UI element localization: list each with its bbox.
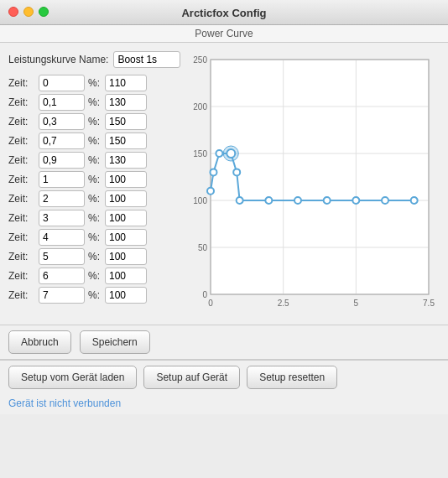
svg-point-28 [237,197,243,204]
zeit-input[interactable] [39,152,85,169]
pct-label: %: [88,116,102,127]
table-row: Zeit: %: [8,132,176,149]
table-row: Zeit: %: [8,75,176,91]
profile-row: Leistungskurve Name: [8,51,176,68]
status-bar: Gerät ist nicht verbunden [0,394,448,414]
zeit-input[interactable] [39,190,85,207]
svg-point-34 [411,197,418,204]
pct-input[interactable] [105,94,147,111]
svg-text:0: 0 [208,299,213,308]
zeit-input[interactable] [39,171,85,188]
close-button[interactable] [8,7,18,17]
main-content: Leistungskurve Name: Zeit: %: Zeit: %: Z… [0,43,448,325]
load-setup-button[interactable]: Setup vom Gerät laden [8,366,137,389]
svg-point-24 [216,150,222,157]
reset-setup-button[interactable]: Setup resetten [247,366,337,389]
svg-text:2.5: 2.5 [278,299,289,308]
bottom-actions: Setup vom Gerät laden Setup auf Gerät Se… [0,360,448,394]
pct-input[interactable] [105,75,147,91]
cancel-button[interactable]: Abbruch [8,330,71,354]
pct-label: %: [88,154,102,166]
zeit-label: Zeit: [8,193,35,205]
svg-text:200: 200 [193,102,207,112]
pct-input[interactable] [105,171,147,188]
profile-name-input[interactable] [113,51,180,68]
pct-label: %: [88,270,102,282]
svg-point-30 [294,197,301,204]
table-row: Zeit: %: [8,248,176,265]
svg-point-31 [324,197,331,204]
zeit-input[interactable] [39,113,85,130]
table-row: Zeit: %: [8,171,176,188]
pct-label: %: [88,135,102,147]
pct-label: %: [88,231,102,243]
pct-label: %: [88,193,102,205]
table-row: Zeit: %: [8,210,176,226]
table-row: Zeit: %: [8,229,176,246]
zeit-input[interactable] [39,287,85,304]
svg-point-22 [207,188,214,195]
pct-label: %: [88,77,102,89]
zeit-label: Zeit: [8,154,35,166]
pct-label: %: [88,251,102,262]
pct-input[interactable] [105,248,147,265]
pct-input[interactable] [105,287,147,304]
svg-text:0: 0 [202,290,207,299]
subtitle: Power Curve [195,28,253,39]
pct-label: %: [88,212,102,224]
bottom-bar: Abbruch Speichern [0,325,448,359]
pct-input[interactable] [105,113,147,130]
zeit-input[interactable] [39,210,85,226]
pct-label: %: [88,96,102,108]
status-text: Gerät ist nicht verbunden [8,397,121,409]
svg-point-23 [210,169,216,175]
pct-input[interactable] [105,268,147,284]
svg-point-32 [352,197,359,204]
pct-input[interactable] [105,210,147,226]
pct-input[interactable] [105,229,147,246]
right-panel: 05010015020025002.557.5 [183,51,440,320]
pct-input[interactable] [105,152,147,169]
svg-point-33 [382,197,388,204]
svg-text:150: 150 [193,149,207,158]
pct-label: %: [88,289,102,301]
svg-text:250: 250 [193,55,207,65]
zeit-label: Zeit: [8,174,35,185]
svg-text:100: 100 [193,196,207,205]
zeit-label: Zeit: [8,212,35,224]
pct-input[interactable] [105,132,147,149]
upload-setup-button[interactable]: Setup auf Gerät [143,366,240,389]
zeit-input[interactable] [39,75,85,91]
zeit-label: Zeit: [8,77,35,89]
zeit-label: Zeit: [8,116,35,127]
zeit-label: Zeit: [8,231,35,243]
table-row: Zeit: %: [8,190,176,207]
pct-input[interactable] [105,190,147,207]
minimize-button[interactable] [23,7,34,17]
zeit-input[interactable] [39,229,85,246]
svg-point-27 [233,169,240,175]
table-row: Zeit: %: [8,113,176,130]
zeit-label: Zeit: [8,289,35,301]
zeit-input[interactable] [39,132,85,149]
maximize-button[interactable] [39,7,49,17]
table-row: Zeit: %: [8,152,176,169]
zeit-label: Zeit: [8,96,35,108]
zeit-label: Zeit: [8,135,35,147]
svg-text:50: 50 [198,243,208,252]
table-row: Zeit: %: [8,94,176,111]
rows-container: Zeit: %: Zeit: %: Zeit: %: Zeit: %: Zeit… [8,75,176,304]
table-row: Zeit: %: [8,268,176,284]
svg-text:5: 5 [354,299,359,308]
zeit-input[interactable] [39,94,85,111]
svg-point-26 [227,149,235,158]
svg-rect-0 [211,60,429,294]
zeit-input[interactable] [39,268,85,284]
zeit-label: Zeit: [8,251,35,262]
title-bar: Arcticfox Config Power Curve [0,0,448,43]
zeit-input[interactable] [39,248,85,265]
svg-text:7.5: 7.5 [423,299,435,308]
save-button[interactable]: Speichern [80,330,150,354]
power-curve-chart: 05010015020025002.557.5 [185,51,437,320]
left-panel: Leistungskurve Name: Zeit: %: Zeit: %: Z… [8,51,176,320]
